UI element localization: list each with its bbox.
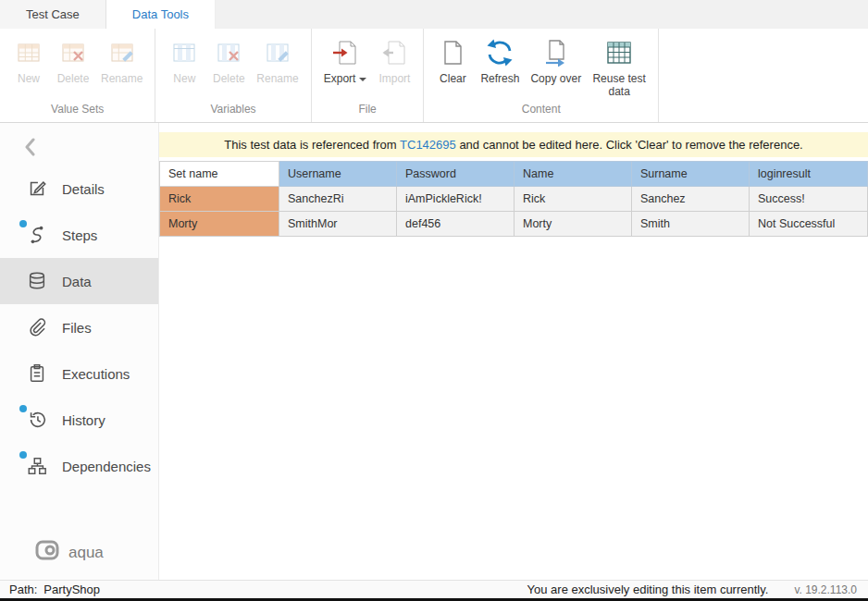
export-button[interactable]: Export: [321, 35, 370, 88]
set-name-cell[interactable]: Morty: [160, 212, 279, 237]
ribbon-group-variables: New Delete Rename Variables: [155, 29, 311, 122]
table-cell[interactable]: def456: [397, 212, 515, 237]
back-button[interactable]: [0, 123, 158, 166]
column-header-username: Username: [279, 162, 397, 187]
button-label: Refresh: [480, 72, 519, 85]
copy-over-icon: [541, 38, 571, 67]
table-cell[interactable]: Morty: [514, 212, 631, 237]
group-label-value-sets: Value Sets: [0, 103, 155, 121]
clear-page-icon: [438, 38, 467, 67]
sidebar-item-steps[interactable]: Steps: [0, 212, 158, 258]
tab-test-case[interactable]: Test Case: [0, 0, 106, 29]
path-label: Path:: [9, 583, 37, 596]
paperclip-icon: [26, 316, 48, 338]
details-icon: [26, 178, 48, 200]
dropdown-caret-icon: [359, 78, 366, 81]
clear-button[interactable]: Clear: [433, 35, 472, 88]
banner-text-before: This test data is referenced from: [224, 138, 400, 152]
steps-icon: [26, 224, 48, 246]
banner-text-after: and cannot be edited here. Click 'Clear'…: [456, 138, 803, 152]
workspace: Details Steps Data: [0, 123, 868, 580]
chevron-left-icon: [24, 145, 35, 159]
value-sets-new-button[interactable]: New: [9, 35, 48, 88]
table-cell[interactable]: Smith: [631, 212, 749, 237]
aqua-logo: aqua: [35, 540, 104, 565]
sidebar-item-details[interactable]: Details: [0, 166, 158, 212]
table-cell[interactable]: SanchezRi: [279, 187, 397, 212]
sidebar-item-label: Details: [62, 181, 105, 197]
aqua-logo-text: aqua: [68, 544, 104, 562]
ribbon-tabbar: Test Case Data Tools: [0, 0, 868, 29]
executions-icon: [26, 362, 48, 385]
group-label-content: Content: [424, 103, 658, 121]
status-bar: Path: PartyShop You are exclusively edit…: [0, 580, 868, 598]
group-label-file: File: [312, 103, 424, 121]
column-header-surname: Surname: [631, 162, 749, 187]
columns-rename-icon: [263, 38, 292, 67]
button-label: Copy over: [530, 72, 581, 85]
sidebar-item-history[interactable]: History: [0, 397, 158, 443]
variables-delete-button[interactable]: Delete: [209, 35, 248, 88]
sidebar-nav: Details Steps Data: [0, 166, 158, 489]
reuse-table-icon: [604, 38, 634, 67]
button-label: Reuse test data: [592, 72, 646, 99]
import-button[interactable]: Import: [375, 35, 414, 88]
refresh-button[interactable]: Refresh: [477, 35, 522, 88]
variables-new-button[interactable]: New: [165, 35, 204, 88]
table-cell[interactable]: SmithMor: [279, 212, 397, 237]
sidebar-item-dependencies[interactable]: Dependencies: [0, 443, 158, 489]
breadcrumb: Path: PartyShop: [9, 583, 100, 596]
aqua-logo-icon: [35, 540, 59, 565]
editing-status-message: You are exclusively editing this item cu…: [527, 583, 769, 596]
reference-banner: This test data is referenced from TC1426…: [159, 132, 868, 157]
path-value: PartyShop: [43, 583, 100, 596]
sidebar-item-executions[interactable]: Executions: [0, 350, 158, 397]
button-label: Clear: [440, 72, 466, 85]
database-icon: [26, 270, 48, 292]
import-icon: [379, 38, 409, 67]
export-icon: [330, 38, 360, 67]
column-header-loginresult: loginresult: [749, 162, 867, 187]
copy-over-button[interactable]: Copy over: [527, 35, 584, 88]
tc-reference-link[interactable]: TC142695: [400, 138, 456, 152]
notification-dot: [19, 451, 27, 459]
ribbon-group-content: Clear Refresh Copy over: [424, 29, 659, 122]
app-window: Test Case Data Tools New Delete: [0, 0, 868, 601]
value-sets-delete-button[interactable]: Delete: [54, 35, 93, 88]
sidebar-item-data[interactable]: Data: [0, 258, 158, 304]
ribbon: New Delete Rename Value Sets: [0, 29, 868, 123]
sidebar-item-label: Executions: [62, 366, 130, 382]
table-cell[interactable]: Not Successful: [749, 212, 867, 237]
dependencies-tree-icon: [26, 455, 48, 477]
tabbar-filler: [216, 0, 868, 29]
table-cell[interactable]: Rick: [514, 187, 631, 212]
table-cell[interactable]: Success!: [749, 187, 867, 212]
sidebar-item-label: Dependencies: [62, 459, 151, 474]
table-row: Morty SmithMor def456 Morty Smith Not Su…: [160, 212, 868, 237]
table-delete-icon: [58, 38, 88, 67]
history-clock-icon: [26, 409, 48, 431]
notification-dot: [19, 405, 27, 412]
tab-data-tools[interactable]: Data Tools: [106, 0, 216, 29]
button-label: Import: [378, 72, 410, 85]
ribbon-group-value-sets: New Delete Rename Value Sets: [0, 29, 155, 122]
table-row: Rick SanchezRi iAmPickleRick! Rick Sanch…: [160, 187, 868, 212]
table-cell[interactable]: iAmPickleRick!: [397, 187, 515, 212]
sidebar-item-label: History: [62, 412, 105, 428]
value-sets-rename-button[interactable]: Rename: [98, 35, 145, 88]
sidebar-item-files[interactable]: Files: [0, 304, 158, 350]
notification-dot: [19, 220, 27, 227]
button-label: Rename: [256, 72, 298, 85]
button-label: Export: [324, 72, 367, 85]
sidebar-item-label: Steps: [62, 227, 97, 243]
variables-rename-button[interactable]: Rename: [254, 35, 301, 88]
table-cell[interactable]: Sanchez: [631, 187, 749, 212]
set-name-cell[interactable]: Rick: [160, 187, 279, 212]
columns-new-icon: [169, 38, 199, 67]
main-content: This test data is referenced from TC1426…: [159, 123, 868, 580]
button-label: Delete: [57, 72, 90, 85]
table-new-icon: [14, 38, 43, 67]
reuse-test-data-button[interactable]: Reuse test data: [589, 35, 649, 102]
button-label: Rename: [101, 72, 143, 85]
sidebar-item-label: Files: [62, 320, 92, 336]
